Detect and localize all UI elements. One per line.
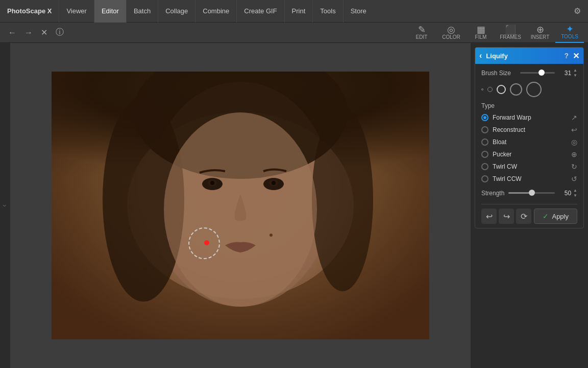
twirl-ccw-label: Twirl CCW <box>493 175 571 182</box>
pucker-radio[interactable] <box>481 151 488 158</box>
type-row-twirl-cw[interactable]: Twirl CW ↻ <box>481 162 577 172</box>
type-row-twirl-ccw[interactable]: Twirl CCW ↺ <box>481 174 577 184</box>
right-panel: ‹ Liquify ? ✕ Brush Size 31 ▲ ▼ <box>471 43 588 368</box>
brush-size-label: Brush Size <box>481 70 516 77</box>
edit-tool[interactable]: ✎ EDIT <box>407 22 436 43</box>
forward-warp-icon: ↗ <box>571 113 577 122</box>
main-area: › <box>0 43 588 368</box>
twirl-cw-icon: ↻ <box>571 163 577 171</box>
expand-panel-button[interactable]: › <box>0 202 11 209</box>
menu-tools[interactable]: Tools <box>312 0 342 22</box>
brush-tiny[interactable] <box>481 88 483 90</box>
strength-label: Strength <box>481 190 504 197</box>
brush-small[interactable] <box>487 87 493 92</box>
redo-step-button[interactable]: ↪ <box>499 209 514 224</box>
strength-fill <box>508 192 531 194</box>
twirl-cw-label: Twirl CW <box>493 163 571 170</box>
menu-print[interactable]: Print <box>284 0 313 22</box>
apply-button[interactable]: ✓ Apply <box>534 209 577 224</box>
menu-create-gif[interactable]: Create GIF <box>236 0 284 22</box>
canvas-area[interactable] <box>10 43 471 368</box>
tools-icon: ✦ <box>566 25 574 34</box>
menu-viewer[interactable]: Viewer <box>59 0 94 22</box>
menu-batch[interactable]: Batch <box>126 0 158 22</box>
liquify-title: Liquify <box>486 52 564 60</box>
info-button[interactable]: ⓘ <box>52 25 68 40</box>
brush-size-down[interactable]: ▼ <box>573 73 577 78</box>
brush-size-value: 31 <box>559 70 571 77</box>
frames-tool[interactable]: ⬛ FRAMES <box>496 22 525 43</box>
tool-icons: ✎ EDIT ◎ COLOR ▦ FILM ⬛ FRAMES ⊕ INSERT … <box>407 22 584 43</box>
reconstruct-icon: ↩ <box>571 126 577 134</box>
brush-xlarge[interactable] <box>526 82 542 97</box>
photo-container <box>52 72 429 339</box>
forward-warp-label: Forward Warp <box>493 114 571 121</box>
pucker-icon: ⊕ <box>571 150 577 158</box>
strength-slider[interactable] <box>508 192 555 194</box>
reconstruct-label: Reconstruct <box>493 126 571 133</box>
liquify-back-button[interactable]: ‹ <box>479 51 482 60</box>
face-svg <box>52 72 429 339</box>
tools-tool[interactable]: ✦ TOOLS <box>555 22 584 43</box>
type-row-reconstruct[interactable]: Reconstruct ↩ <box>481 125 577 135</box>
left-sidebar: › <box>0 43 10 368</box>
strength-row: Strength 50 ▲ ▼ <box>481 188 577 198</box>
redo-all-button[interactable]: ⟳ <box>516 209 531 224</box>
pucker-label: Pucker <box>493 151 571 158</box>
edit-icon: ✎ <box>418 25 426 34</box>
liquify-help-button[interactable]: ? <box>564 52 569 60</box>
film-icon: ▦ <box>477 25 485 34</box>
menu-collage[interactable]: Collage <box>158 0 195 22</box>
strength-spinners: ▲ ▼ <box>573 188 577 198</box>
color-tool[interactable]: ◎ COLOR <box>437 22 465 43</box>
frames-icon: ⬛ <box>505 25 516 34</box>
strength-down[interactable]: ▼ <box>573 193 577 198</box>
close-button[interactable]: ✕ <box>37 26 52 39</box>
liquify-panel: ‹ Liquify ? ✕ Brush Size 31 ▲ ▼ <box>475 47 584 228</box>
strength-value: 50 <box>559 190 571 197</box>
brush-medium[interactable] <box>497 85 506 94</box>
twirl-cw-radio[interactable] <box>481 163 488 170</box>
brush-size-row: Brush Size 31 ▲ ▼ <box>481 68 577 78</box>
type-section-label: Type <box>481 102 577 109</box>
forward-button[interactable]: → <box>20 26 37 39</box>
bottom-controls: ↩ ↪ ⟳ ✓ Apply <box>481 204 577 224</box>
brush-large[interactable] <box>510 83 522 96</box>
insert-tool[interactable]: ⊕ INSERT <box>526 22 554 43</box>
nav-bar: ← → ✕ ⓘ ✎ EDIT ◎ COLOR ▦ FILM ⬛ FRAMES ⊕… <box>0 22 588 43</box>
strength-thumb[interactable] <box>529 190 535 196</box>
photo-image <box>52 72 429 339</box>
twirl-ccw-icon: ↺ <box>571 175 577 183</box>
reconstruct-radio[interactable] <box>481 126 488 133</box>
type-row-pucker[interactable]: Pucker ⊕ <box>481 149 577 159</box>
menu-combine[interactable]: Combine <box>195 0 236 22</box>
brush-icons-row <box>481 82 577 97</box>
type-row-forward-warp[interactable]: Forward Warp ↗ <box>481 112 577 123</box>
twirl-ccw-radio[interactable] <box>481 175 488 182</box>
brush-size-spinners: ▲ ▼ <box>573 68 577 78</box>
svg-rect-12 <box>52 72 429 339</box>
color-icon: ◎ <box>447 25 455 34</box>
strength-up[interactable]: ▲ <box>573 188 577 193</box>
liquify-close-button[interactable]: ✕ <box>573 51 579 61</box>
bloat-radio[interactable] <box>481 139 488 146</box>
liquify-header: ‹ Liquify ? ✕ <box>475 48 583 64</box>
app-logo[interactable]: PhotoScape X <box>0 7 59 15</box>
apply-label: Apply <box>552 213 569 220</box>
brush-size-thumb[interactable] <box>538 70 545 76</box>
menu-store[interactable]: Store <box>343 0 374 22</box>
brush-size-slider[interactable] <box>520 72 555 74</box>
forward-warp-radio[interactable] <box>481 114 488 121</box>
insert-label: INSERT <box>531 34 550 40</box>
settings-icon[interactable]: ⚙ <box>567 6 588 16</box>
type-row-bloat[interactable]: Bloat ◎ <box>481 137 577 147</box>
back-button[interactable]: ← <box>4 26 20 39</box>
bloat-label: Bloat <box>493 139 571 146</box>
brush-size-up[interactable]: ▲ <box>573 68 577 73</box>
frames-label: FRAMES <box>500 34 521 40</box>
undo-button[interactable]: ↩ <box>481 209 497 224</box>
liquify-body: Brush Size 31 ▲ ▼ <box>475 64 583 228</box>
menu-editor[interactable]: Editor <box>94 0 126 22</box>
film-tool[interactable]: ▦ FILM <box>467 22 495 43</box>
color-label: COLOR <box>442 34 460 40</box>
